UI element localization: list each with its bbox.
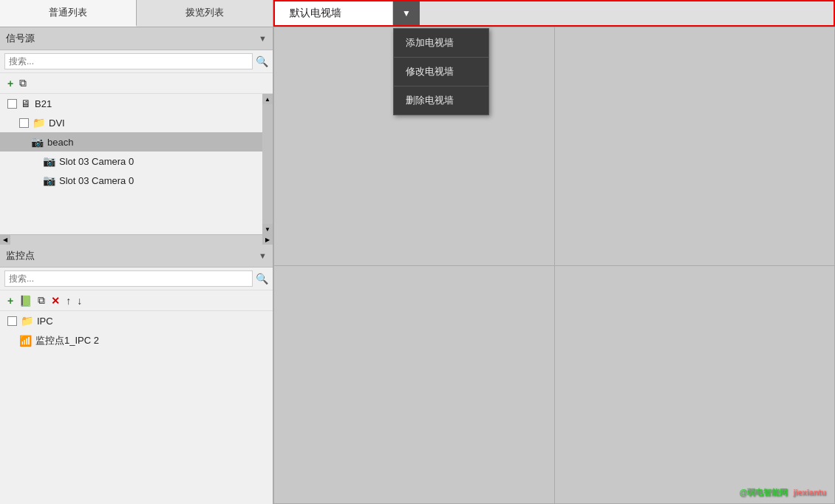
tv-wall-dropdown-btn[interactable]: ▼ [393,1,420,25]
right-panel: 默认电视墙 ▼ 添加电视墙 修改电视墙 删除电视墙 [273,0,835,504]
signal-source-search-input[interactable] [4,53,253,69]
watermark: @弱电智能网 jiexiantu [740,487,826,498]
tree-item-b21[interactable]: 🖥 B21 [0,94,273,113]
signal-source-chevron-icon: ▼ [259,34,267,43]
main-container: 普通列表 拨览列表 信号源 ▼ 🔍 + ⧉ [0,0,835,504]
camera-icon-2: 📷 [43,155,55,167]
tree-item-slot03-cam0a[interactable]: 📷 Slot 03 Camera 0 [0,151,273,171]
monitor-copy-btn[interactable]: ⧉ [36,293,47,307]
signal-icon: 📶 [19,335,32,347]
tree-item-slot03-cam0b[interactable]: 📷 Slot 03 Camera 0 [0,171,273,190]
monitor-points-header[interactable]: 监控点 ▼ [0,245,273,268]
watermark-text: @弱电智能网 [740,488,788,497]
tv-wall-top-bar: 默认电视墙 ▼ 添加电视墙 修改电视墙 删除电视墙 [273,0,835,27]
tv-wall-grid [273,27,835,504]
signal-source-header[interactable]: 信号源 ▼ [0,27,273,50]
monitor-points-tree-wrapper: 📁 IPC 📶 监控点1_IPC 2 [0,311,273,504]
tv-wall-title: 默认电视墙 [275,1,393,25]
camera-icon: 📷 [31,136,44,148]
tabs-row: 普通列表 拨览列表 [0,0,273,27]
dvi-checkbox[interactable] [19,118,29,128]
ipc-checkbox[interactable] [7,316,17,326]
tab-browse-list[interactable]: 拨览列表 [137,0,273,27]
h-scroll-left-btn[interactable]: ◀ [0,235,10,245]
monitor-points-tree-scroll[interactable]: 📁 IPC 📶 监控点1_IPC 2 [0,311,273,504]
h-scroll-track [10,235,262,245]
left-panel: 普通列表 拨览列表 信号源 ▼ 🔍 + ⧉ [0,0,273,504]
monitor-icon: 🖥 [21,98,31,109]
signal-source-search-icon[interactable]: 🔍 [256,55,268,67]
grid-cell-top-right[interactable] [555,27,835,265]
grid-cell-bottom-left[interactable] [274,266,554,504]
monitor-down-btn[interactable]: ↓ [75,294,84,307]
signal-tree-scroll-down[interactable]: ▼ [262,224,273,234]
tree-item-ipc[interactable]: 📁 IPC [0,311,273,330]
tree-item-monitor1[interactable]: 📶 监控点1_IPC 2 [0,330,273,351]
monitor-points-search-icon[interactable]: 🔍 [256,273,268,285]
signal-source-tree-scroll[interactable]: 🖥 B21 📁 DVI 📷 beach [0,94,273,234]
monitor-points-search-row: 🔍 [0,268,273,290]
monitor-up-btn[interactable]: ↑ [64,294,72,307]
folder-ipc-icon: 📁 [21,315,33,327]
monitor-add-btn[interactable]: + [6,294,15,307]
h-scroll-right-btn[interactable]: ▶ [262,235,273,245]
watermark-subtext: jiexiantu [793,488,826,497]
b21-checkbox[interactable] [7,99,17,109]
dropdown-arrow-icon: ▼ [402,8,411,18]
tab-normal-list[interactable]: 普通列表 [0,0,137,27]
tv-wall-dropdown-menu: 添加电视墙 修改电视墙 删除电视墙 [393,28,489,115]
monitor-import-btn[interactable]: 📗 [18,294,33,307]
tree-item-beach[interactable]: 📷 beach [0,132,273,151]
signal-source-add-btn[interactable]: + [6,77,15,90]
monitor-points-toolbar: + 📗 ⧉ ✕ ↑ ↓ [0,290,273,311]
camera-icon-3: 📷 [43,174,55,186]
grid-cell-bottom-right[interactable] [555,266,835,504]
signal-source-tree-wrapper: 🖥 B21 📁 DVI 📷 beach [0,94,273,234]
signal-tree-scroll-up[interactable]: ▲ [262,94,273,104]
monitor-points-chevron-icon: ▼ [259,251,267,260]
dropdown-item-edit[interactable]: 修改电视墙 [394,58,488,86]
signal-source-copy-btn[interactable]: ⧉ [18,76,28,90]
dropdown-item-delete[interactable]: 删除电视墙 [394,86,488,115]
signal-source-toolbar: + ⧉ [0,73,273,94]
signal-source-h-scroll: ◀ ▶ [0,234,273,245]
monitor-delete-btn[interactable]: ✕ [50,294,61,307]
signal-source-search-row: 🔍 [0,50,273,73]
tree-item-dvi[interactable]: 📁 DVI [0,113,273,132]
monitor-points-search-input[interactable] [4,270,253,287]
dropdown-item-add[interactable]: 添加电视墙 [394,29,488,58]
folder-icon: 📁 [33,117,45,129]
